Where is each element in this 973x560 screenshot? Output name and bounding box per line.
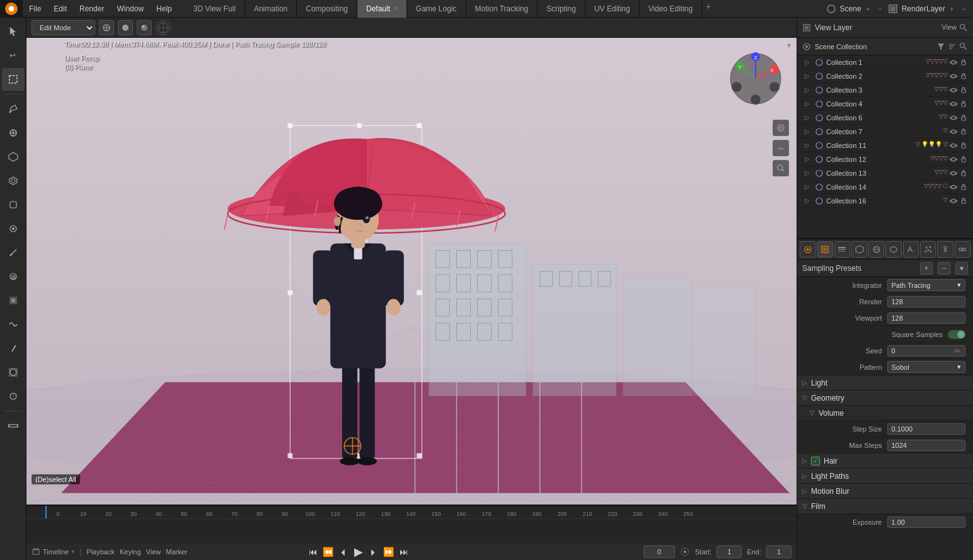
- outliner-item-collection12[interactable]: ▷ Collection 12 ▽▽▽▽: [797, 152, 973, 166]
- step-forward-button[interactable]: ⏩: [383, 546, 395, 558]
- cursor-tool[interactable]: [2, 20, 25, 43]
- eye-icon-7[interactable]: [949, 127, 958, 136]
- tab-videoediting[interactable]: Video Editing: [640, 0, 703, 18]
- smooth-tool[interactable]: [2, 313, 25, 336]
- sampling-add-btn[interactable]: +: [920, 262, 933, 275]
- outliner-item-collection14[interactable]: ▷ Collection 14 ▽▽▽▽ ⬡: [797, 180, 973, 194]
- outliner-filter-icon[interactable]: [936, 42, 945, 51]
- viewport-shading-material[interactable]: [137, 20, 152, 35]
- eye-icon-4[interactable]: [949, 100, 958, 108]
- viewlayer-props-btn[interactable]: [834, 241, 850, 258]
- bevel-tool[interactable]: [2, 193, 25, 216]
- eye-icon-14[interactable]: [949, 183, 958, 191]
- pattern-dropdown[interactable]: Sobol ▾: [887, 361, 966, 373]
- viewport-value[interactable]: 128: [887, 312, 966, 324]
- outliner-search-icon[interactable]: [959, 42, 968, 51]
- eye-icon-11[interactable]: [949, 141, 958, 150]
- 3d-viewport[interactable]: Time:00:12.98 | Mem:374.68M, Peak:400.25…: [26, 38, 797, 505]
- tab-animation[interactable]: Animation: [245, 0, 297, 18]
- outliner-item-collection7[interactable]: ▷ Collection 7 ▽: [797, 125, 973, 139]
- eye-icon-6[interactable]: [949, 113, 958, 122]
- outliner-item-collection11[interactable]: ▷ Collection 11 ▽ 💡💡💡 ▽: [797, 139, 973, 152]
- tab-3dview[interactable]: 3D View Full: [185, 0, 245, 18]
- eye-icon-16[interactable]: [949, 197, 958, 205]
- scene-props-btn[interactable]: [851, 241, 867, 258]
- panel-search-icon[interactable]: [959, 23, 968, 32]
- tab-close-icon[interactable]: ×: [394, 5, 398, 12]
- tab-compositing[interactable]: Compositing: [297, 0, 357, 18]
- view-btn[interactable]: View: [941, 23, 957, 32]
- render-props-btn[interactable]: [800, 241, 815, 258]
- viewport-shading-solid[interactable]: [118, 20, 133, 35]
- knife-tool[interactable]: [2, 241, 25, 264]
- outliner-item-collection6[interactable]: ▷ Collection 6 ▽▽: [797, 111, 973, 125]
- annotate-tool[interactable]: [2, 98, 25, 120]
- step-prev-button[interactable]: ⏴: [337, 546, 350, 558]
- hair-section-header[interactable]: ▷ ✓ Hair: [797, 454, 973, 469]
- geometry-section-header[interactable]: ▽ Geometry: [797, 391, 973, 406]
- menu-render[interactable]: Render: [73, 0, 110, 18]
- outliner-item-collection16[interactable]: ▷ Collection 16 ▽: [797, 194, 973, 208]
- square-samples-toggle[interactable]: [948, 330, 965, 339]
- outliner-item-collection2[interactable]: ▷ Collection 2 ▽▽▽▽▽: [797, 69, 973, 83]
- render-value[interactable]: 128: [887, 296, 966, 307]
- tab-motiontracking[interactable]: Motion Tracking: [466, 0, 538, 18]
- light-section-header[interactable]: ▷ Light: [797, 375, 973, 391]
- motion-blur-section-header[interactable]: ▷ Motion Blur: [797, 484, 973, 499]
- jump-start-button[interactable]: ⏮: [307, 546, 320, 558]
- hair-checkbox[interactable]: ✓: [811, 457, 820, 466]
- timeline-track[interactable]: [26, 518, 797, 544]
- eye-icon-12[interactable]: [949, 155, 958, 164]
- orbit-down-button[interactable]: [773, 140, 789, 156]
- timeline-playhead[interactable]: [45, 506, 47, 518]
- eye-icon-13[interactable]: [949, 169, 958, 178]
- shear-tool[interactable]: [2, 337, 25, 360]
- outliner-item-collection13[interactable]: ▷ Collection 13 ▽▽▽: [797, 166, 973, 180]
- outliner-item-collection4[interactable]: ▷ Collection 4 ▽▽▽: [797, 97, 973, 111]
- outliner-sort-icon[interactable]: [948, 42, 957, 51]
- film-section-header[interactable]: ▽ Film: [797, 499, 973, 514]
- physics-props-btn[interactable]: [937, 241, 953, 258]
- eye-icon-2[interactable]: [949, 72, 958, 81]
- object-props-btn[interactable]: [885, 241, 901, 258]
- step-back-button[interactable]: ⏪: [322, 546, 335, 558]
- seed-value[interactable]: 0: [887, 345, 966, 357]
- volume-section-header[interactable]: ▽ Volume: [797, 406, 973, 421]
- to-sphere-tool[interactable]: [2, 361, 25, 384]
- rip-tool[interactable]: [2, 385, 25, 408]
- exposure-value[interactable]: 1.00: [887, 517, 966, 528]
- sampling-remove-btn[interactable]: −: [938, 262, 950, 275]
- eye-icon-3[interactable]: [949, 86, 958, 94]
- extrude-tool[interactable]: [2, 146, 25, 168]
- eye-icon-1[interactable]: [949, 58, 958, 67]
- tab-default[interactable]: Default×: [357, 0, 407, 18]
- poly-build-tool[interactable]: ⊕: [2, 265, 25, 288]
- viewport-collapse-button[interactable]: ▾: [784, 40, 794, 50]
- tab-uvediting[interactable]: UV Editing: [585, 0, 640, 18]
- output-props-btn[interactable]: [817, 241, 832, 258]
- edit-mode-select[interactable]: Edit Mode Object Mode: [32, 20, 95, 35]
- max-steps-value[interactable]: 1024: [887, 440, 966, 451]
- tab-scripting[interactable]: Scripting: [538, 0, 585, 18]
- transform-tool[interactable]: [2, 122, 25, 144]
- play-button[interactable]: ▶: [352, 546, 365, 558]
- menu-window[interactable]: Window: [110, 0, 150, 18]
- loop-cut-tool[interactable]: [2, 217, 25, 240]
- move-tool[interactable]: ↩: [2, 44, 25, 67]
- particles-props-btn[interactable]: [920, 241, 936, 258]
- light-paths-section-header[interactable]: ▷ Light Paths: [797, 469, 973, 484]
- seed-randomize-icon[interactable]: [953, 347, 961, 355]
- world-props-btn[interactable]: [868, 241, 884, 258]
- step-next-button[interactable]: ⏵: [367, 546, 380, 558]
- navigation-gizmo[interactable]: X Y Z: [727, 50, 784, 107]
- modifier-props-btn[interactable]: [903, 241, 919, 258]
- sampling-dropdown-btn[interactable]: ▾: [955, 262, 968, 275]
- jump-end-button[interactable]: ⏭: [398, 546, 410, 558]
- inset-tool[interactable]: [2, 169, 25, 192]
- outliner-item-collection1[interactable]: ▷ Collection 1 ▽▽▽▽▽: [797, 55, 973, 69]
- orientation-gizmo[interactable]: [156, 20, 171, 35]
- menu-help[interactable]: Help: [150, 0, 178, 18]
- add-tab-button[interactable]: +: [702, 0, 715, 13]
- orbit-up-button[interactable]: [773, 120, 789, 136]
- tab-gamelogic[interactable]: Game Logic: [407, 0, 466, 18]
